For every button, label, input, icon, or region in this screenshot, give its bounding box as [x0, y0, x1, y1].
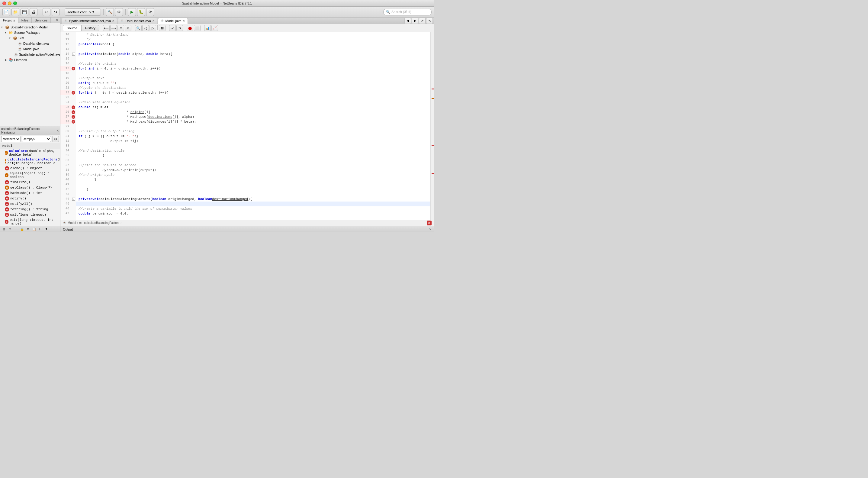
tree-item-project[interactable]: ▾ 📦 Spatial-Interaction-Model	[0, 25, 60, 30]
tab-projects[interactable]: Projects	[0, 18, 19, 23]
prev-occurrence-btn[interactable]: ◁	[142, 25, 149, 31]
bt-btn7[interactable]: ↑↓	[37, 227, 43, 232]
nav-item-finalize[interactable]: m finalize()	[0, 179, 60, 185]
error-icon-27[interactable]: ✕	[71, 115, 75, 119]
minimize-button[interactable]	[8, 1, 11, 5]
stop-all-btn[interactable]: ⬜	[194, 25, 200, 31]
nav-item-equals[interactable]: m equals(Object obj) : boolean	[0, 171, 60, 179]
editor-debug-buttons: ↙ ↷	[169, 25, 183, 31]
profile-button[interactable]: ⟳	[146, 8, 154, 16]
fold-14-icon[interactable]: −	[72, 53, 75, 56]
code-line-26: * origins[i]	[76, 110, 430, 115]
tree-item-model[interactable]: ☕ Model.java	[0, 46, 60, 52]
run-to-cursor-btn[interactable]: ↙	[169, 25, 176, 31]
nav-item-hashcode[interactable]: m hashCode() : int	[0, 190, 60, 196]
nav-item-notifyall[interactable]: m notifyAll()	[0, 201, 60, 207]
find-button[interactable]: 🔍	[135, 25, 142, 31]
bt-btn2[interactable]: □	[7, 227, 13, 232]
close-button[interactable]	[2, 1, 6, 5]
forward-button[interactable]: ⟶	[110, 25, 117, 31]
ln-16: 16	[60, 61, 71, 66]
tab-files[interactable]: Files	[19, 18, 32, 23]
tab-datahandler[interactable]: ☕ DataHandler.java ✕	[118, 18, 157, 24]
scroll-right-btn[interactable]: ▶	[412, 18, 418, 24]
maximize-editor-btn[interactable]: ⤢	[419, 18, 426, 24]
left-panel-close[interactable]: ✕	[54, 18, 60, 23]
nav-item-clone[interactable]: m clone() : Object	[0, 166, 60, 171]
search-input-wrapper[interactable]: 🔍 Search (⌘+I)	[383, 9, 432, 16]
tab-history[interactable]: History	[81, 25, 99, 31]
tree-item-sim[interactable]: ▾ 📦 SIM	[0, 35, 60, 41]
bt-btn3[interactable]: |	[13, 227, 19, 232]
error-icon-25[interactable]: ✕	[71, 106, 75, 109]
tree-item-simmodel[interactable]: ☕ SpatialInteractionModel.java	[0, 52, 60, 57]
restore-editor-btn[interactable]: ⤡	[426, 18, 433, 24]
maximize-button[interactable]	[13, 1, 17, 5]
extra-btn2[interactable]: 📈	[211, 25, 218, 31]
tab-spatialinteractionmodel[interactable]: ☕ SpatialInteractionModel.java ✕	[62, 18, 117, 24]
error-icon-17[interactable]: ✕	[71, 67, 75, 70]
tab-services[interactable]: Services	[32, 18, 51, 23]
error-icon-28[interactable]: ✕	[71, 120, 75, 124]
redo-button[interactable]: ↪	[52, 8, 60, 16]
config-dropdown[interactable]: <default conf...> ▾	[65, 8, 101, 16]
window-controls[interactable]	[2, 1, 17, 5]
navigator-close[interactable]: ✕	[57, 129, 59, 132]
breadcrumb-sep-1: ›	[77, 221, 78, 225]
run-button[interactable]: ▶	[128, 8, 136, 16]
output-close-btn[interactable]: ✕	[429, 228, 432, 231]
new-file-button[interactable]: 📄	[2, 8, 10, 16]
right-scrollbar[interactable]	[430, 32, 434, 220]
build-button[interactable]: 🔨	[106, 8, 114, 16]
tab-source[interactable]: Source	[63, 25, 81, 31]
sim-package-label: SIM	[19, 36, 25, 40]
tab-datahandler-close[interactable]: ✕	[152, 19, 155, 22]
save-all-button[interactable]: 🖨	[30, 8, 37, 16]
members-filter[interactable]: Members	[1, 136, 21, 142]
nav-item-getclass[interactable]: m getClass() : Class<?>	[0, 185, 60, 190]
bt-btn6[interactable]: 📋	[31, 227, 37, 232]
tab-model[interactable]: ☕ Model.java ✕	[158, 18, 188, 24]
nav-item-wait1[interactable]: m wait(long timeout)	[0, 212, 60, 217]
nav-item-calculate[interactable]: m calculate(double alpha, double beta)	[0, 149, 60, 157]
error-icon-22[interactable]: ✕	[71, 91, 75, 95]
chevron-down-icon: ▾	[92, 10, 94, 14]
tab-model-close[interactable]: ✕	[183, 19, 185, 22]
step-over-btn[interactable]: ↷	[176, 25, 183, 31]
tab-spatialinteractionmodel-close[interactable]: ✕	[112, 19, 115, 22]
debug-button[interactable]: 🐛	[137, 8, 145, 16]
expand-btn[interactable]: ⊞	[159, 25, 165, 31]
stop-btn[interactable]: ⬤	[187, 25, 193, 31]
scroll-left-btn[interactable]: ◀	[404, 18, 411, 24]
empty-filter[interactable]: <empty>	[22, 136, 51, 142]
open-project-button[interactable]: 📁	[11, 8, 19, 16]
extra-btn1[interactable]: 📊	[204, 25, 211, 31]
nav-item-notify[interactable]: m notify()	[0, 196, 60, 201]
next-occurrence-btn[interactable]: ▷	[150, 25, 156, 31]
back-button[interactable]: ⟵	[103, 25, 110, 31]
output-panel: Output ✕	[60, 226, 434, 232]
tree-item-datahandler[interactable]: ☕ DataHandler.java	[0, 41, 60, 46]
g-37	[71, 163, 76, 168]
toggle-bookmarks-btn[interactable]: ≡	[118, 25, 124, 31]
save-button[interactable]: 💾	[21, 8, 28, 16]
code-content[interactable]: * @author kirkharland */ public class Mo…	[76, 32, 430, 220]
nav-item-tostring[interactable]: m toString() : String	[0, 207, 60, 212]
nav-settings-button[interactable]: ⚙	[52, 136, 59, 142]
bt-btn4[interactable]: 🔒	[19, 227, 25, 232]
close-breadcrumb-btn[interactable]: ✕	[427, 220, 432, 226]
g-31	[71, 134, 76, 139]
bt-btn5[interactable]: ⟳	[25, 227, 31, 232]
undo-button[interactable]: ↩	[42, 8, 51, 16]
nav-item-calculatebalancing[interactable]: m calculateBalancingFactors(boolean orig…	[0, 157, 60, 166]
bt-btn8[interactable]: ⬆	[43, 227, 49, 232]
error-icon-26[interactable]: ✕	[71, 110, 75, 114]
tree-item-libraries[interactable]: ▶ 📚 Libraries	[0, 57, 60, 63]
g-14: −	[71, 52, 76, 57]
fold-44-icon[interactable]: −	[72, 198, 75, 201]
tree-item-source-packages[interactable]: ▾ 📂 Source Packages	[0, 30, 60, 35]
clean-build-button[interactable]: ⚙	[115, 8, 123, 16]
toggle-btn2[interactable]: ▾	[125, 25, 131, 31]
nav-item-wait2[interactable]: m wait(long timeout, int nanos)	[0, 217, 60, 226]
bt-btn1[interactable]: ⊞	[1, 227, 7, 232]
